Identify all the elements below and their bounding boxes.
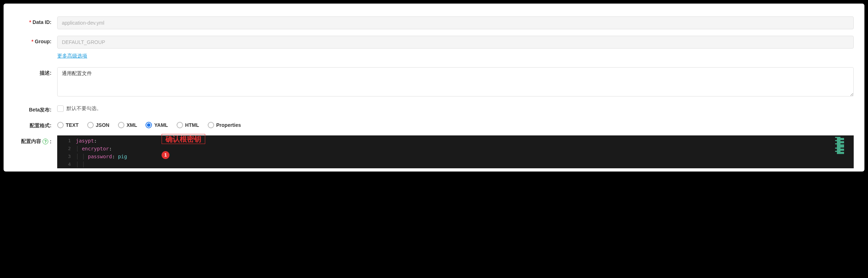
format-radio-xml[interactable]: XML	[118, 122, 137, 128]
radio-label: JSON	[96, 122, 109, 128]
radio-label: HTML	[185, 122, 199, 128]
editor-minimap[interactable]	[834, 135, 854, 168]
group-input[interactable]	[57, 36, 854, 49]
format-radio-properties[interactable]: Properties	[208, 122, 241, 128]
format-radio-html[interactable]: HTML	[177, 122, 199, 128]
code-line[interactable]: │ │ password: pig	[76, 153, 834, 160]
format-radio-text[interactable]: TEXT	[57, 122, 79, 128]
radio-icon	[118, 122, 124, 128]
label-format: 配置格式:	[14, 120, 51, 129]
beta-checkbox[interactable]	[57, 105, 64, 112]
row-group: Group:	[14, 36, 854, 49]
editor-gutter: 1234	[57, 135, 74, 168]
code-line[interactable]: │ encryptor:	[76, 145, 834, 153]
format-radio-yaml[interactable]: YAML	[146, 122, 168, 128]
radio-label: YAML	[154, 122, 168, 128]
format-radio-json[interactable]: JSON	[87, 122, 109, 128]
annotation-badge: 1	[162, 151, 169, 159]
radio-icon	[208, 122, 214, 128]
row-beta: Beta发布: 默认不要勾选。	[14, 104, 854, 113]
label-group: Group:	[14, 36, 51, 44]
radio-icon	[146, 122, 152, 128]
label-content: 配置内容 ? :	[14, 135, 51, 145]
radio-icon	[177, 122, 183, 128]
radio-label: XML	[127, 122, 137, 128]
radio-label: TEXT	[66, 122, 79, 128]
radio-icon	[87, 122, 94, 128]
radio-icon	[57, 122, 64, 128]
label-beta: Beta发布:	[14, 104, 51, 113]
description-textarea[interactable]	[57, 67, 854, 96]
row-content: 配置内容 ? : 1234 确认根密钥 1 jasypt:│ encryptor…	[14, 135, 854, 168]
row-description: 描述:	[14, 67, 854, 98]
editor-body[interactable]: 确认根密钥 1 jasypt:│ encryptor:│ │ password:…	[74, 135, 834, 168]
config-form-card: Data ID: Group: 更多高级选项 描述: Beta发布: 默认不要勾…	[4, 4, 864, 172]
label-data-id: Data ID:	[14, 16, 51, 25]
code-editor[interactable]: 1234 确认根密钥 1 jasypt:│ encryptor:│ │ pass…	[57, 135, 854, 168]
row-data-id: Data ID:	[14, 16, 854, 29]
format-radio-group: TEXTJSONXMLYAMLHTMLProperties	[57, 120, 854, 128]
label-description: 描述:	[14, 67, 51, 76]
advanced-options-link[interactable]: 更多高级选项	[57, 53, 854, 59]
data-id-input[interactable]	[57, 16, 854, 29]
help-icon[interactable]: ?	[43, 139, 48, 144]
beta-hint: 默认不要勾选。	[66, 105, 102, 112]
row-format: 配置格式: TEXTJSONXMLYAMLHTMLProperties	[14, 120, 854, 129]
code-line[interactable]: │ │	[76, 160, 834, 168]
annotation-overlay: 确认根密钥	[162, 134, 205, 144]
radio-label: Properties	[216, 122, 241, 128]
